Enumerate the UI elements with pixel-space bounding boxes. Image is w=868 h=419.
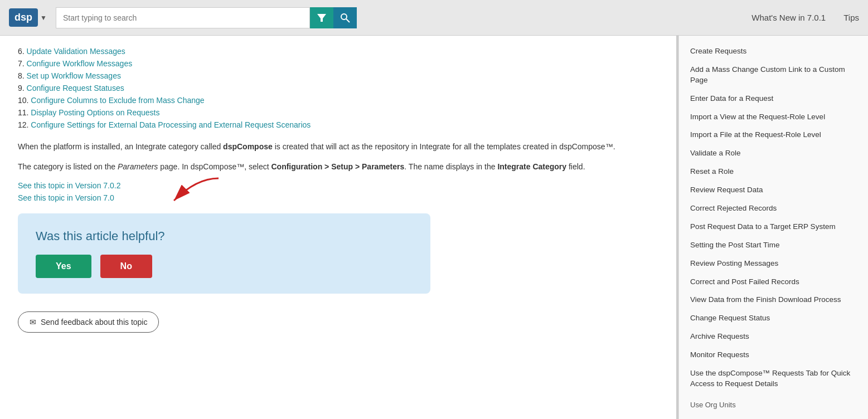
helpful-box: Was this article helpful? Yes No	[18, 213, 430, 294]
topic-link[interactable]: Configure Columns to Exclude from Mass C…	[31, 96, 204, 105]
list-item: 11. Display Posting Options on Requests	[18, 108, 658, 117]
sidebar-item[interactable]: Create Requests	[688, 42, 859, 61]
list-item: 6. Update Validation Messages	[18, 47, 658, 56]
sidebar-item[interactable]: Validate a Role	[688, 144, 859, 163]
sidebar-item[interactable]: Import a File at the Request-Role Level	[688, 126, 859, 144]
yes-button[interactable]: Yes	[36, 255, 91, 278]
parameters-italic: Parameters	[118, 162, 158, 171]
config-bold: Configuration > Setup > Parameters	[271, 162, 404, 171]
tips-link[interactable]: Tips	[843, 13, 859, 22]
sidebar-item[interactable]: Set up Org Units	[688, 414, 859, 419]
sidebar-item[interactable]: Use the dspCompose™ Requests Tab for Qui…	[688, 364, 859, 393]
email-icon: ✉	[30, 318, 36, 327]
topic-list: 6. Update Validation Messages7. Configur…	[18, 47, 658, 129]
sidebar-item[interactable]: Correct and Post Failed Records	[688, 273, 859, 291]
sidebar-item[interactable]: Change Request Status	[688, 309, 859, 328]
sidebar-item[interactable]: Import a View at the Request-Role Level	[688, 108, 859, 126]
no-button[interactable]: No	[100, 255, 152, 278]
sidebar-item[interactable]: View Data from the Finish Download Proce…	[688, 291, 859, 309]
sidebar-item[interactable]: Reset a Role	[688, 163, 859, 181]
topic-link[interactable]: Configure Settings for External Data Pro…	[31, 120, 311, 129]
sidebar-item[interactable]: Setting the Post Start Time	[688, 236, 859, 255]
svg-line-2	[346, 19, 350, 22]
list-item: 10. Configure Columns to Exclude from Ma…	[18, 96, 658, 105]
dspcompose-bold: dspCompose	[223, 142, 273, 151]
feedback-label: Send feedback about this topic	[41, 318, 147, 327]
version-70-link[interactable]: See this topic in Version 7.0	[18, 193, 658, 202]
feedback-button[interactable]: ✉ Send feedback about this topic	[18, 311, 159, 333]
sidebar-item: Use Org Units	[688, 393, 859, 414]
version-links-area: See this topic in Version 7.0.2 See this…	[18, 181, 658, 202]
search-input[interactable]	[56, 7, 310, 28]
filter-icon	[317, 13, 327, 23]
topic-link[interactable]: Configure Workflow Messages	[27, 59, 133, 68]
topic-link[interactable]: Set up Workflow Messages	[27, 71, 121, 80]
helpful-title: Was this article helpful?	[36, 229, 413, 243]
logo-caret-icon[interactable]: ▼	[40, 14, 47, 22]
list-item: 7. Configure Workflow Messages	[18, 59, 658, 68]
list-item: 9. Configure Request Statuses	[18, 84, 658, 92]
header: dsp ▼ What's New in 7.0.1 Tips	[0, 0, 868, 36]
sidebar: Create RequestsAdd a Mass Change Custom …	[678, 36, 868, 419]
list-item: 12. Configure Settings for External Data…	[18, 120, 658, 129]
sidebar-item[interactable]: Review Posting Messages	[688, 255, 859, 273]
svg-point-1	[341, 14, 347, 20]
logo-area: dsp ▼	[9, 8, 47, 27]
sidebar-item[interactable]: Monitor Requests	[688, 346, 859, 364]
search-icon	[340, 13, 350, 23]
sidebar-item[interactable]: Archive Requests	[688, 328, 859, 346]
topic-link[interactable]: Configure Request Statuses	[27, 84, 124, 92]
sidebar-item[interactable]: Enter Data for a Request	[688, 90, 859, 108]
logo: dsp	[9, 8, 38, 27]
helpful-buttons: Yes No	[36, 255, 413, 278]
topic-link[interactable]: Display Posting Options on Requests	[31, 108, 159, 117]
whats-new-link[interactable]: What's New in 7.0.1	[751, 13, 826, 22]
svg-marker-0	[317, 14, 326, 22]
integrate-category-bold: Integrate Category	[497, 162, 566, 171]
version-702-link[interactable]: See this topic in Version 7.0.2	[18, 181, 658, 190]
topic-link[interactable]: Update Validation Messages	[27, 47, 125, 56]
list-item: 8. Set up Workflow Messages	[18, 71, 658, 80]
sidebar-item[interactable]: Add a Mass Change Custom Link to a Custo…	[688, 61, 859, 90]
paragraph-2: The category is listed on the Parameters…	[18, 160, 658, 173]
search-button[interactable]	[333, 7, 357, 28]
sidebar-item[interactable]: Post Request Data to a Target ERP System	[688, 218, 859, 236]
content-area: 6. Update Validation Messages7. Configur…	[0, 36, 677, 419]
search-area	[56, 7, 357, 28]
sidebar-item[interactable]: Correct Rejected Records	[688, 199, 859, 218]
paragraph-1: When the platform is installed, an Integ…	[18, 140, 658, 153]
sidebar-item[interactable]: Review Request Data	[688, 181, 859, 199]
filter-button[interactable]	[310, 7, 333, 28]
header-nav: What's New in 7.0.1 Tips	[751, 13, 859, 22]
main-layout: 6. Update Validation Messages7. Configur…	[0, 36, 868, 419]
